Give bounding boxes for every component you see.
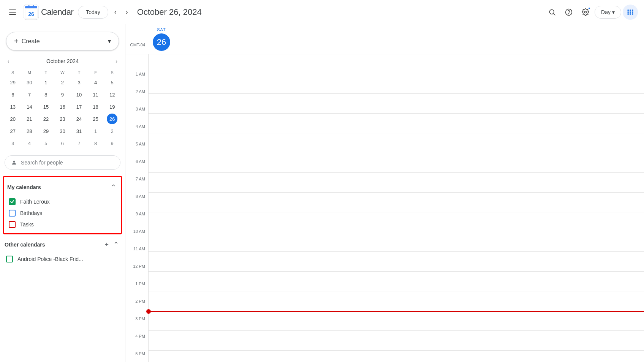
- time-row[interactable]: [149, 351, 644, 362]
- my-calendars-title: My calendars: [7, 184, 41, 190]
- mini-cal-day[interactable]: 18: [87, 101, 104, 113]
- mini-cal-day[interactable]: 16: [54, 101, 71, 113]
- mini-cal-day[interactable]: 24: [71, 113, 87, 125]
- mini-cal-day[interactable]: 2: [54, 76, 71, 89]
- help-button[interactable]: [561, 5, 576, 20]
- mini-cal-day[interactable]: 29: [5, 76, 21, 89]
- mini-cal-day[interactable]: 27: [5, 125, 21, 137]
- calendar-item-birthdays[interactable]: Birthdays: [7, 207, 118, 219]
- mini-cal-day[interactable]: 8: [38, 89, 54, 101]
- time-row[interactable]: [149, 212, 644, 232]
- my-calendars-section: My calendars ⌃ Faith Leroux Birthdays: [3, 176, 122, 234]
- time-row[interactable]: [149, 311, 644, 331]
- time-row[interactable]: [149, 232, 644, 252]
- mini-cal-day[interactable]: 3: [71, 76, 87, 89]
- mini-cal-day[interactable]: 4: [21, 137, 38, 149]
- mini-cal-day[interactable]: 12: [104, 89, 120, 101]
- time-row[interactable]: [149, 54, 644, 74]
- google-calendar-logo: 26 Calendar: [24, 5, 73, 20]
- day-header-thu: T: [71, 69, 87, 76]
- faith-leroux-checkbox[interactable]: [9, 198, 16, 205]
- mini-cal-day[interactable]: 2: [104, 125, 120, 137]
- my-calendars-header[interactable]: My calendars ⌃: [7, 180, 118, 194]
- time-row[interactable]: [149, 291, 644, 311]
- mini-cal-day[interactable]: 31: [71, 125, 87, 137]
- mini-cal-day[interactable]: 5: [38, 137, 54, 149]
- svg-rect-21: [630, 13, 631, 14]
- next-button[interactable]: ›: [123, 5, 131, 19]
- calendar-item-android-police[interactable]: Android Police -Black Frid...: [5, 253, 120, 265]
- time-row[interactable]: [149, 74, 644, 94]
- mini-cal-day[interactable]: 9: [54, 89, 71, 101]
- mini-cal-day[interactable]: 7: [71, 137, 87, 149]
- today-button[interactable]: Today: [78, 6, 108, 19]
- mini-cal-day[interactable]: 15: [38, 101, 54, 113]
- svg-rect-18: [630, 11, 631, 13]
- mini-cal-day[interactable]: 14: [21, 101, 38, 113]
- svg-rect-22: [632, 13, 633, 14]
- day-number-circle[interactable]: 26: [153, 33, 170, 51]
- prev-button[interactable]: ‹: [111, 5, 120, 19]
- time-row[interactable]: [149, 133, 644, 153]
- faith-leroux-label: Faith Leroux: [20, 199, 50, 205]
- view-selector-button[interactable]: Day ▾: [595, 6, 621, 19]
- mini-cal-day[interactable]: 21: [21, 113, 38, 125]
- events-area[interactable]: [148, 54, 644, 362]
- mini-cal-day[interactable]: 30: [21, 76, 38, 89]
- other-calendars-header[interactable]: Other calendars + ⌃: [5, 237, 120, 252]
- mini-cal-day[interactable]: 1: [38, 76, 54, 89]
- mini-cal-day[interactable]: 19: [104, 101, 120, 113]
- mini-cal-day[interactable]: 23: [54, 113, 71, 125]
- calendar-item-tasks[interactable]: Tasks: [7, 219, 118, 230]
- time-row[interactable]: [149, 114, 644, 133]
- mini-cal-day[interactable]: 17: [71, 101, 87, 113]
- mini-cal-day[interactable]: 26: [104, 113, 120, 125]
- settings-button[interactable]: [578, 5, 593, 20]
- mini-cal-day[interactable]: 7: [21, 89, 38, 101]
- mini-cal-prev-button[interactable]: ‹: [6, 57, 11, 66]
- time-row[interactable]: [149, 272, 644, 291]
- calendar-item-faith-leroux[interactable]: Faith Leroux: [7, 196, 118, 207]
- day-header-area: GMT-04 SAT 26: [125, 24, 644, 54]
- mini-cal-day[interactable]: 10: [71, 89, 87, 101]
- time-row[interactable]: [149, 153, 644, 173]
- mini-cal-day[interactable]: 30: [54, 125, 71, 137]
- mini-cal-day[interactable]: 5: [104, 76, 120, 89]
- android-police-checkbox[interactable]: [6, 256, 13, 262]
- my-calendars-collapse-button[interactable]: ⌃: [109, 182, 118, 193]
- time-row[interactable]: [149, 252, 644, 272]
- mini-cal-day[interactable]: 6: [5, 89, 21, 101]
- create-button[interactable]: + Create ▾: [6, 32, 119, 51]
- mini-cal-day[interactable]: 9: [104, 137, 120, 149]
- svg-rect-8: [33, 5, 34, 8]
- mini-cal-day[interactable]: 29: [38, 125, 54, 137]
- mini-cal-day[interactable]: 22: [38, 113, 54, 125]
- svg-point-23: [13, 161, 15, 163]
- time-row[interactable]: [149, 193, 644, 212]
- mini-cal-day[interactable]: 6: [54, 137, 71, 149]
- mini-cal-day[interactable]: 1: [87, 125, 104, 137]
- birthdays-checkbox[interactable]: [9, 210, 16, 217]
- tasks-checkbox[interactable]: [9, 221, 16, 228]
- time-row[interactable]: [149, 94, 644, 114]
- time-row[interactable]: [149, 173, 644, 193]
- other-calendars-collapse-button[interactable]: ⌃: [112, 239, 120, 250]
- mini-cal-day[interactable]: 4: [87, 76, 104, 89]
- search-button[interactable]: [544, 5, 560, 20]
- menu-button[interactable]: [6, 6, 19, 19]
- calendar-grid-icon-button[interactable]: [623, 5, 638, 20]
- mini-cal-day[interactable]: 8: [87, 137, 104, 149]
- mini-cal-day[interactable]: 20: [5, 113, 21, 125]
- mini-cal-day[interactable]: 3: [5, 137, 21, 149]
- mini-cal-day[interactable]: 11: [87, 89, 104, 101]
- svg-rect-14: [628, 9, 629, 11]
- search-people-field[interactable]: Search for people: [5, 155, 120, 170]
- time-label: [125, 54, 148, 74]
- mini-cal-next-button[interactable]: ›: [114, 57, 119, 66]
- add-other-calendar-button[interactable]: +: [103, 239, 110, 250]
- mini-cal-day[interactable]: 25: [87, 113, 104, 125]
- mini-cal-day[interactable]: 28: [21, 125, 38, 137]
- mini-cal-day[interactable]: 13: [5, 101, 21, 113]
- svg-rect-7: [28, 5, 30, 8]
- time-row[interactable]: [149, 331, 644, 351]
